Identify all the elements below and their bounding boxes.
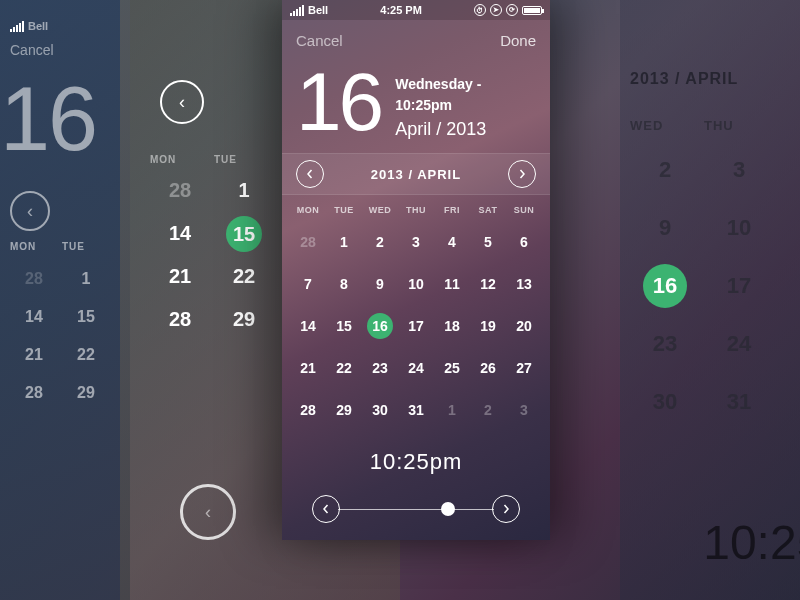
calendar-day[interactable]: 14 bbox=[290, 305, 326, 347]
calendar-day[interactable]: 7 bbox=[290, 263, 326, 305]
alarm-icon: ⏱ bbox=[474, 4, 486, 16]
calendar-day[interactable]: 26 bbox=[470, 347, 506, 389]
background-screen-left-1: Bell Cancel 16 ‹ MONTUE 281 1415 2122 28… bbox=[0, 0, 130, 600]
calendar-day[interactable]: 25 bbox=[434, 347, 470, 389]
time-display: 10:25pm bbox=[282, 449, 550, 475]
stepper-prev-button[interactable] bbox=[312, 495, 340, 523]
bg-carrier: Bell bbox=[28, 20, 48, 32]
calendar-day[interactable]: 6 bbox=[506, 221, 542, 263]
weekday-header: MON bbox=[290, 205, 326, 215]
statusbar-time: 4:25 PM bbox=[380, 4, 422, 16]
cancel-button[interactable]: Cancel bbox=[296, 32, 343, 49]
weekday-header: WED bbox=[362, 205, 398, 215]
done-button[interactable]: Done bbox=[500, 32, 536, 49]
calendar-day[interactable]: 5 bbox=[470, 221, 506, 263]
calendar-day[interactable]: 20 bbox=[506, 305, 542, 347]
prev-month-button[interactable] bbox=[296, 160, 324, 188]
calendar-day[interactable]: 19 bbox=[470, 305, 506, 347]
lock-icon: ⟳ bbox=[506, 4, 518, 16]
chevron-left-icon bbox=[321, 504, 331, 514]
calendar-day[interactable]: 16 bbox=[362, 305, 398, 347]
bgr-day-headers: WEDTHU bbox=[630, 118, 800, 133]
calendar-day[interactable]: 30 bbox=[362, 389, 398, 431]
calendar-day[interactable]: 2 bbox=[470, 389, 506, 431]
stepper-next-button[interactable] bbox=[492, 495, 520, 523]
battery-icon bbox=[522, 6, 542, 15]
calendar-day[interactable]: 22 bbox=[326, 347, 362, 389]
bgr-cal-grid: 23 910 1617 2324 3031 bbox=[630, 143, 800, 429]
calendar-day[interactable]: 28 bbox=[290, 221, 326, 263]
calendar-day[interactable]: 10 bbox=[398, 263, 434, 305]
selected-day-number: 16 bbox=[296, 61, 381, 143]
time-stepper bbox=[282, 495, 550, 523]
stepper-handle[interactable] bbox=[441, 502, 455, 516]
stepper-track bbox=[338, 509, 494, 510]
calendar-day[interactable]: 9 bbox=[362, 263, 398, 305]
next-month-button[interactable] bbox=[508, 160, 536, 188]
status-bar: Bell 4:25 PM ⏱ ➤ ⟳ bbox=[282, 0, 550, 20]
bg-cancel: Cancel bbox=[10, 42, 120, 58]
carrier-label: Bell bbox=[308, 4, 328, 16]
calendar-day[interactable]: 13 bbox=[506, 263, 542, 305]
calendar-day[interactable]: 2 bbox=[362, 221, 398, 263]
location-icon: ➤ bbox=[490, 4, 502, 16]
bg-cal-grid: 281 1415 2122 2829 bbox=[10, 262, 110, 410]
bg-big-number: 16 bbox=[0, 68, 120, 171]
calendar-day[interactable]: 28 bbox=[290, 389, 326, 431]
calendar-day[interactable]: 24 bbox=[398, 347, 434, 389]
calendar-day[interactable]: 3 bbox=[398, 221, 434, 263]
calendar-day[interactable]: 1 bbox=[434, 389, 470, 431]
bg-right-month: 2013 / APRIL bbox=[630, 70, 800, 88]
calendar-day[interactable]: 3 bbox=[506, 389, 542, 431]
bg-day-headers: MONTUE bbox=[10, 241, 110, 252]
month-year-label: April / 2013 bbox=[395, 116, 536, 143]
date-header: 16 Wednesday - 10:25pm April / 2013 bbox=[282, 60, 550, 153]
calendar-grid: 2812345678910111213141516171819202122232… bbox=[282, 221, 550, 431]
nav-bar: Cancel Done bbox=[282, 20, 550, 60]
calendar-day[interactable]: 4 bbox=[434, 221, 470, 263]
background-screen-right: 2013 / APRIL WEDTHU 23 910 1617 2324 303… bbox=[620, 0, 800, 600]
calendar-day[interactable]: 27 bbox=[506, 347, 542, 389]
weekday-headers: MONTUEWEDTHUFRISATSUN bbox=[282, 195, 550, 221]
chevron-left-icon bbox=[305, 169, 315, 179]
bg-stepper-prev-icon: ‹ bbox=[180, 484, 236, 540]
weekday-time-label: Wednesday - 10:25pm bbox=[395, 74, 536, 116]
month-nav-label: 2013 / APRIL bbox=[371, 167, 461, 182]
calendar-day[interactable]: 21 bbox=[290, 347, 326, 389]
weekday-header: TUE bbox=[326, 205, 362, 215]
calendar-day[interactable]: 17 bbox=[398, 305, 434, 347]
calendar-day[interactable]: 8 bbox=[326, 263, 362, 305]
phone-screen: Bell 4:25 PM ⏱ ➤ ⟳ Cancel Done 16 Wednes… bbox=[282, 0, 550, 540]
calendar-day[interactable]: 23 bbox=[362, 347, 398, 389]
calendar-day[interactable]: 15 bbox=[326, 305, 362, 347]
calendar-day[interactable]: 18 bbox=[434, 305, 470, 347]
calendar-day[interactable]: 11 bbox=[434, 263, 470, 305]
weekday-header: SUN bbox=[506, 205, 542, 215]
bg-back-icon: ‹ bbox=[160, 80, 204, 124]
chevron-right-icon bbox=[517, 169, 527, 179]
chevron-right-icon bbox=[501, 504, 511, 514]
month-navigator: 2013 / APRIL bbox=[282, 153, 550, 195]
weekday-header: THU bbox=[398, 205, 434, 215]
bg-right-time: 10:25pm bbox=[703, 515, 800, 570]
calendar-day[interactable]: 1 bbox=[326, 221, 362, 263]
signal-icon bbox=[290, 5, 304, 16]
weekday-header: FRI bbox=[434, 205, 470, 215]
bg-prev-icon: ‹ bbox=[10, 191, 50, 231]
calendar-day[interactable]: 29 bbox=[326, 389, 362, 431]
calendar-day[interactable]: 12 bbox=[470, 263, 506, 305]
calendar-day[interactable]: 31 bbox=[398, 389, 434, 431]
weekday-header: SAT bbox=[470, 205, 506, 215]
